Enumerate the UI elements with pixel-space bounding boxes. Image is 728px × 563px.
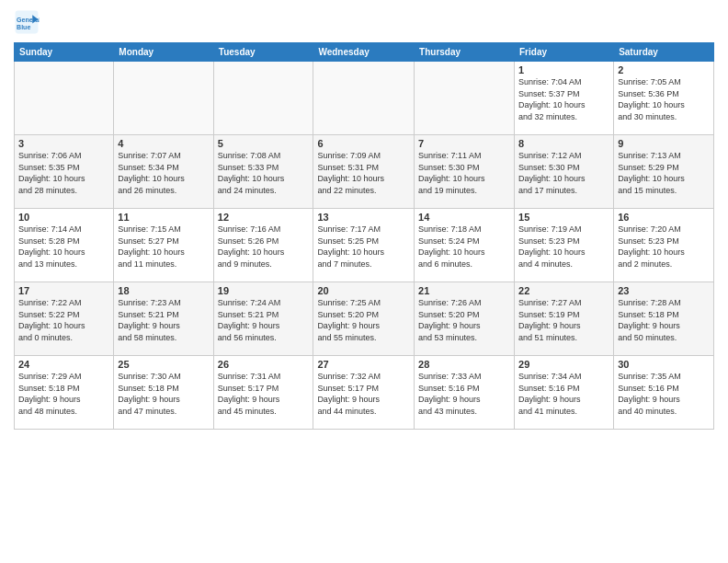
day-number: 26 xyxy=(218,359,310,370)
header: General Blue xyxy=(14,9,714,35)
calendar-cell: 2Sunrise: 7:05 AM Sunset: 5:36 PM Daylig… xyxy=(614,62,714,135)
day-info: Sunrise: 7:16 AM Sunset: 5:26 PM Dayligh… xyxy=(218,224,310,270)
calendar-cell: 30Sunrise: 7:35 AM Sunset: 5:16 PM Dayli… xyxy=(614,356,714,430)
calendar-body: 1Sunrise: 7:04 AM Sunset: 5:37 PM Daylig… xyxy=(15,62,714,430)
day-number: 14 xyxy=(418,212,510,223)
calendar-cell: 6Sunrise: 7:09 AM Sunset: 5:31 PM Daylig… xyxy=(313,135,415,209)
calendar-cell: 11Sunrise: 7:15 AM Sunset: 5:27 PM Dayli… xyxy=(114,209,213,282)
day-info: Sunrise: 7:17 AM Sunset: 5:25 PM Dayligh… xyxy=(317,224,410,270)
logo: General Blue xyxy=(14,9,43,35)
calendar-cell: 7Sunrise: 7:11 AM Sunset: 5:30 PM Daylig… xyxy=(415,135,515,209)
calendar-cell: 9Sunrise: 7:13 AM Sunset: 5:29 PM Daylig… xyxy=(614,135,714,209)
day-number: 24 xyxy=(18,359,109,370)
day-number: 7 xyxy=(418,138,510,149)
weekday-header: Friday xyxy=(515,43,614,62)
day-info: Sunrise: 7:04 AM Sunset: 5:37 PM Dayligh… xyxy=(518,76,609,122)
day-info: Sunrise: 7:18 AM Sunset: 5:24 PM Dayligh… xyxy=(418,224,510,270)
calendar-week-row: 24Sunrise: 7:29 AM Sunset: 5:18 PM Dayli… xyxy=(15,356,714,430)
day-info: Sunrise: 7:32 AM Sunset: 5:17 PM Dayligh… xyxy=(317,371,410,417)
day-info: Sunrise: 7:24 AM Sunset: 5:21 PM Dayligh… xyxy=(218,297,310,343)
day-info: Sunrise: 7:26 AM Sunset: 5:20 PM Dayligh… xyxy=(418,297,510,343)
page: General Blue SundayMondayTuesdayWednesda… xyxy=(0,0,728,563)
calendar-cell: 23Sunrise: 7:28 AM Sunset: 5:18 PM Dayli… xyxy=(614,282,714,356)
calendar-cell: 28Sunrise: 7:33 AM Sunset: 5:16 PM Dayli… xyxy=(415,356,515,430)
svg-text:Blue: Blue xyxy=(17,24,30,30)
calendar-cell: 10Sunrise: 7:14 AM Sunset: 5:28 PM Dayli… xyxy=(15,209,114,282)
day-number: 16 xyxy=(618,212,710,223)
day-info: Sunrise: 7:13 AM Sunset: 5:29 PM Dayligh… xyxy=(618,150,710,196)
day-info: Sunrise: 7:22 AM Sunset: 5:22 PM Dayligh… xyxy=(18,297,109,343)
day-number: 25 xyxy=(118,359,209,370)
day-info: Sunrise: 7:19 AM Sunset: 5:23 PM Dayligh… xyxy=(518,224,609,270)
day-number: 6 xyxy=(317,138,410,149)
day-info: Sunrise: 7:08 AM Sunset: 5:33 PM Dayligh… xyxy=(218,150,310,196)
calendar-cell: 24Sunrise: 7:29 AM Sunset: 5:18 PM Dayli… xyxy=(15,356,114,430)
day-info: Sunrise: 7:29 AM Sunset: 5:18 PM Dayligh… xyxy=(18,371,109,417)
day-number: 17 xyxy=(18,285,109,296)
day-info: Sunrise: 7:11 AM Sunset: 5:30 PM Dayligh… xyxy=(418,150,510,196)
logo-icon: General Blue xyxy=(14,9,40,35)
day-info: Sunrise: 7:15 AM Sunset: 5:27 PM Dayligh… xyxy=(118,224,209,270)
day-number: 29 xyxy=(518,359,609,370)
day-info: Sunrise: 7:27 AM Sunset: 5:19 PM Dayligh… xyxy=(518,297,609,343)
calendar-cell: 14Sunrise: 7:18 AM Sunset: 5:24 PM Dayli… xyxy=(415,209,515,282)
day-info: Sunrise: 7:30 AM Sunset: 5:18 PM Dayligh… xyxy=(118,371,209,417)
day-number: 23 xyxy=(618,285,710,296)
day-info: Sunrise: 7:34 AM Sunset: 5:16 PM Dayligh… xyxy=(518,371,609,417)
calendar-cell: 12Sunrise: 7:16 AM Sunset: 5:26 PM Dayli… xyxy=(213,209,313,282)
day-info: Sunrise: 7:28 AM Sunset: 5:18 PM Dayligh… xyxy=(618,297,710,343)
day-number: 20 xyxy=(317,285,410,296)
calendar-cell: 20Sunrise: 7:25 AM Sunset: 5:20 PM Dayli… xyxy=(313,282,415,356)
day-number: 15 xyxy=(518,212,609,223)
day-number: 9 xyxy=(618,138,710,149)
calendar-cell: 3Sunrise: 7:06 AM Sunset: 5:35 PM Daylig… xyxy=(15,135,114,209)
calendar-cell: 22Sunrise: 7:27 AM Sunset: 5:19 PM Dayli… xyxy=(515,282,614,356)
day-number: 1 xyxy=(518,64,609,75)
weekday-header: Tuesday xyxy=(213,43,313,62)
calendar-cell: 21Sunrise: 7:26 AM Sunset: 5:20 PM Dayli… xyxy=(415,282,515,356)
calendar-week-row: 1Sunrise: 7:04 AM Sunset: 5:37 PM Daylig… xyxy=(15,62,714,135)
calendar-cell: 27Sunrise: 7:32 AM Sunset: 5:17 PM Dayli… xyxy=(313,356,415,430)
calendar-cell: 25Sunrise: 7:30 AM Sunset: 5:18 PM Dayli… xyxy=(114,356,213,430)
calendar-cell xyxy=(415,62,515,135)
day-info: Sunrise: 7:23 AM Sunset: 5:21 PM Dayligh… xyxy=(118,297,209,343)
day-number: 28 xyxy=(418,359,510,370)
day-number: 19 xyxy=(218,285,310,296)
weekday-header: Wednesday xyxy=(313,43,415,62)
calendar-cell: 16Sunrise: 7:20 AM Sunset: 5:23 PM Dayli… xyxy=(614,209,714,282)
day-info: Sunrise: 7:14 AM Sunset: 5:28 PM Dayligh… xyxy=(18,224,109,270)
calendar-cell: 13Sunrise: 7:17 AM Sunset: 5:25 PM Dayli… xyxy=(313,209,415,282)
day-info: Sunrise: 7:20 AM Sunset: 5:23 PM Dayligh… xyxy=(618,224,710,270)
calendar-cell xyxy=(313,62,415,135)
day-number: 3 xyxy=(18,138,109,149)
day-info: Sunrise: 7:25 AM Sunset: 5:20 PM Dayligh… xyxy=(317,297,410,343)
day-number: 18 xyxy=(118,285,209,296)
calendar-cell: 26Sunrise: 7:31 AM Sunset: 5:17 PM Dayli… xyxy=(213,356,313,430)
day-number: 8 xyxy=(518,138,609,149)
day-number: 2 xyxy=(618,64,710,75)
day-info: Sunrise: 7:07 AM Sunset: 5:34 PM Dayligh… xyxy=(118,150,209,196)
calendar-cell: 29Sunrise: 7:34 AM Sunset: 5:16 PM Dayli… xyxy=(515,356,614,430)
calendar-cell: 5Sunrise: 7:08 AM Sunset: 5:33 PM Daylig… xyxy=(213,135,313,209)
calendar-cell: 19Sunrise: 7:24 AM Sunset: 5:21 PM Dayli… xyxy=(213,282,313,356)
calendar-cell xyxy=(114,62,213,135)
day-info: Sunrise: 7:06 AM Sunset: 5:35 PM Dayligh… xyxy=(18,150,109,196)
calendar-header-row: SundayMondayTuesdayWednesdayThursdayFrid… xyxy=(15,43,714,62)
day-info: Sunrise: 7:12 AM Sunset: 5:30 PM Dayligh… xyxy=(518,150,609,196)
day-number: 4 xyxy=(118,138,209,149)
weekday-header: Monday xyxy=(114,43,213,62)
day-number: 21 xyxy=(418,285,510,296)
day-number: 12 xyxy=(218,212,310,223)
weekday-header: Sunday xyxy=(15,43,114,62)
calendar-week-row: 10Sunrise: 7:14 AM Sunset: 5:28 PM Dayli… xyxy=(15,209,714,282)
day-info: Sunrise: 7:31 AM Sunset: 5:17 PM Dayligh… xyxy=(218,371,310,417)
weekday-header: Saturday xyxy=(614,43,714,62)
day-info: Sunrise: 7:09 AM Sunset: 5:31 PM Dayligh… xyxy=(317,150,410,196)
day-number: 13 xyxy=(317,212,410,223)
day-info: Sunrise: 7:35 AM Sunset: 5:16 PM Dayligh… xyxy=(618,371,710,417)
calendar-cell: 17Sunrise: 7:22 AM Sunset: 5:22 PM Dayli… xyxy=(15,282,114,356)
calendar-table: SundayMondayTuesdayWednesdayThursdayFrid… xyxy=(14,42,714,430)
day-number: 5 xyxy=(218,138,310,149)
calendar-week-row: 3Sunrise: 7:06 AM Sunset: 5:35 PM Daylig… xyxy=(15,135,714,209)
calendar-cell: 1Sunrise: 7:04 AM Sunset: 5:37 PM Daylig… xyxy=(515,62,614,135)
